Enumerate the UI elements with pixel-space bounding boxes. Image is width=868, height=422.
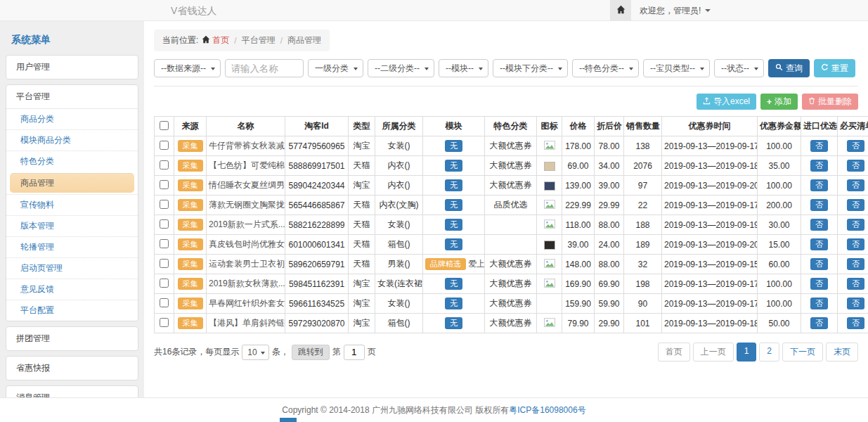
row-checkbox[interactable] — [160, 259, 169, 268]
pager-button-上一页[interactable]: 上一页 — [693, 343, 734, 362]
batch-delete-button[interactable]: 批量删除 — [802, 94, 858, 110]
module-none-badge[interactable]: 无 — [445, 278, 462, 290]
pager-button-1[interactable]: 1 — [737, 343, 757, 362]
must-buy-toggle[interactable]: 否 — [847, 199, 864, 212]
source-badge[interactable]: 采集 — [178, 160, 203, 172]
reset-button[interactable]: 重置 — [814, 59, 855, 77]
must-buy-toggle[interactable]: 否 — [847, 160, 864, 172]
import-select-toggle[interactable]: 否 — [810, 179, 828, 192]
must-buy-toggle[interactable]: 否 — [847, 278, 864, 290]
search-button[interactable]: 查询 — [768, 59, 810, 77]
level2-category-select[interactable]: --二级分类-- — [368, 59, 434, 77]
sidebar-item-拼团管理[interactable]: 拼团管理 — [6, 327, 138, 350]
sidebar-item-特色分类[interactable]: 特色分类 — [6, 151, 138, 172]
sidebar-item-版本管理[interactable]: 版本管理 — [6, 215, 138, 236]
source-badge[interactable]: 采集 — [178, 219, 203, 231]
source-badge[interactable]: 采集 — [178, 278, 203, 290]
taoke-id-cell: 588216228899 — [285, 215, 349, 235]
data-source-select[interactable]: --数据来源-- — [154, 59, 221, 77]
breadcrumb-home-link[interactable]: 首页 — [202, 34, 229, 46]
row-checkbox[interactable] — [160, 200, 169, 209]
row-checkbox[interactable] — [160, 239, 169, 248]
source-badge[interactable]: 采集 — [178, 199, 203, 212]
page-number-input[interactable] — [344, 345, 365, 360]
source-badge[interactable]: 采集 — [178, 298, 203, 310]
source-badge[interactable]: 采集 — [178, 179, 203, 192]
row-checkbox[interactable] — [160, 279, 169, 288]
module-none-badge[interactable]: 无 — [445, 219, 462, 231]
import-select-toggle[interactable]: 否 — [810, 317, 828, 330]
icp-link[interactable]: 粤ICP备16098006号 — [509, 404, 585, 416]
source-badge[interactable]: 采集 — [178, 258, 203, 271]
must-buy-toggle[interactable]: 否 — [847, 179, 864, 192]
select-all-checkbox[interactable] — [160, 121, 169, 130]
sidebar-section: 平台管理商品分类模块商品分类特色分类商品管理宣传物料版本管理轮播管理启动页管理意… — [6, 84, 138, 321]
row-checkbox[interactable] — [160, 219, 169, 229]
import-select-toggle[interactable]: 否 — [810, 160, 828, 172]
row-checkbox[interactable] — [160, 141, 169, 150]
sidebar-item-平台配置[interactable]: 平台配置 — [6, 300, 138, 321]
module-none-badge[interactable]: 无 — [445, 317, 462, 330]
per-page-select[interactable]: 10 — [242, 345, 268, 360]
pager-button-末页[interactable]: 末页 — [826, 343, 858, 362]
module-none-badge[interactable]: 无 — [445, 179, 462, 192]
row-checkbox[interactable] — [160, 180, 169, 189]
import-select-toggle[interactable]: 否 — [810, 298, 828, 310]
import-select-toggle[interactable]: 否 — [810, 238, 828, 251]
must-buy-toggle[interactable]: 否 — [847, 140, 864, 153]
sidebar-item-宣传物料[interactable]: 宣传物料 — [6, 194, 138, 215]
sidebar-item-消息管理[interactable]: 消息管理 — [6, 386, 138, 397]
source-badge[interactable]: 采集 — [178, 238, 203, 251]
source-badge[interactable]: 采集 — [178, 140, 203, 153]
feature-category-select[interactable]: --特色分类-- — [572, 59, 639, 77]
pager-button-首页[interactable]: 首页 — [658, 343, 690, 362]
breadcrumb-item-platform[interactable]: 平台管理 — [242, 34, 276, 46]
must-buy-toggle[interactable]: 否 — [847, 317, 864, 330]
product-name-input[interactable] — [225, 59, 304, 77]
sidebar-item-平台管理[interactable]: 平台管理 — [6, 85, 138, 108]
product-name-cell: 运动套装男士卫衣初秋... — [207, 255, 285, 274]
level1-category-select[interactable]: 一级分类 — [308, 59, 363, 77]
must-buy-toggle[interactable]: 否 — [847, 238, 864, 251]
sidebar-item-省惠快报[interactable]: 省惠快报 — [6, 357, 138, 380]
add-button[interactable]: + 添加 — [760, 94, 798, 110]
coupon-amount-cell: 100.00 — [758, 294, 801, 314]
pager-button-2[interactable]: 2 — [759, 343, 779, 362]
must-buy-toggle[interactable]: 否 — [847, 298, 864, 310]
module-select[interactable]: --模块-- — [439, 59, 488, 77]
breadcrumb-item-goods[interactable]: 商品管理 — [287, 34, 321, 46]
user-menu[interactable]: 欢迎您，管理员! — [631, 0, 719, 21]
module-none-badge[interactable]: 无 — [445, 238, 462, 251]
row-checkbox[interactable] — [160, 160, 169, 170]
source-badge[interactable]: 采集 — [178, 317, 203, 330]
status-select[interactable]: --状态-- — [714, 59, 764, 77]
import-select-cell: 否 — [801, 274, 838, 294]
jump-button[interactable]: 跳转到 — [292, 345, 330, 360]
import-excel-button[interactable]: 导入excel — [697, 94, 756, 110]
sidebar-item-用户管理[interactable]: 用户管理 — [6, 56, 138, 79]
sidebar-item-商品管理[interactable]: 商品管理 — [10, 173, 134, 193]
import-select-toggle[interactable]: 否 — [810, 258, 828, 271]
import-select-toggle[interactable]: 否 — [810, 278, 828, 290]
module-subcategory-select[interactable]: --模块下分类-- — [493, 59, 568, 77]
import-select-toggle[interactable]: 否 — [810, 199, 828, 212]
item-type-select[interactable]: --宝贝类型-- — [643, 59, 710, 77]
home-button[interactable] — [610, 0, 631, 21]
import-select-toggle[interactable]: 否 — [810, 140, 828, 153]
sidebar-item-意见反馈[interactable]: 意见反馈 — [6, 279, 138, 300]
module-badge[interactable]: 品牌精选 — [425, 258, 466, 271]
module-none-badge[interactable]: 无 — [445, 199, 462, 212]
module-none-badge[interactable]: 无 — [445, 140, 462, 153]
must-buy-toggle[interactable]: 否 — [847, 219, 864, 231]
sidebar-item-启动页管理[interactable]: 启动页管理 — [6, 257, 138, 279]
import-select-toggle[interactable]: 否 — [810, 219, 828, 231]
module-none-badge[interactable]: 无 — [445, 160, 462, 172]
sidebar-item-模块商品分类[interactable]: 模块商品分类 — [6, 129, 138, 151]
row-checkbox[interactable] — [160, 318, 169, 327]
sidebar-item-轮播管理[interactable]: 轮播管理 — [6, 236, 138, 257]
pager-button-下一页[interactable]: 下一页 — [782, 343, 823, 362]
sidebar-item-商品分类[interactable]: 商品分类 — [6, 109, 138, 129]
row-checkbox[interactable] — [160, 298, 169, 307]
must-buy-toggle[interactable]: 否 — [847, 258, 864, 271]
module-none-badge[interactable]: 无 — [445, 298, 462, 310]
